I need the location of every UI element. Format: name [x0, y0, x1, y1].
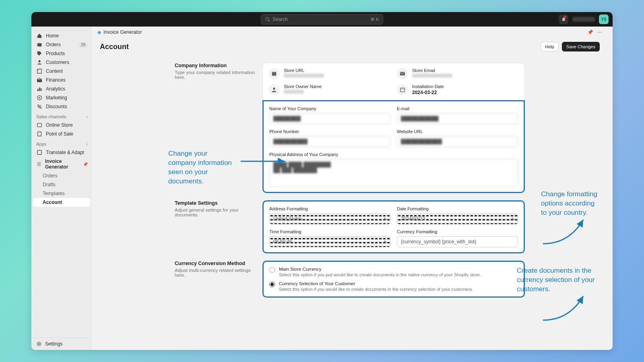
- store-icon: [268, 68, 280, 79]
- analytics-icon: [36, 86, 43, 92]
- address-select[interactable]: United States: [269, 213, 390, 224]
- radio-icon: [269, 267, 275, 273]
- orders-icon: [36, 42, 43, 47]
- subnav-drafts[interactable]: Drafts: [31, 180, 92, 189]
- app-invoice-generator[interactable]: Invoice Generator📌: [31, 157, 92, 171]
- svg-rect-4: [37, 69, 42, 74]
- owner-info: Store Owner Name: [268, 84, 390, 95]
- nav-discounts[interactable]: Discounts: [31, 102, 92, 111]
- nav-customers[interactable]: Customers: [31, 58, 92, 67]
- company-subtext: Type your company related information he…: [175, 70, 255, 80]
- scrollbar[interactable]: [608, 27, 613, 350]
- template-subtext: Adjust general settings for your documen…: [175, 208, 255, 217]
- app-icon: ◆: [97, 29, 101, 35]
- nav-content[interactable]: Content: [31, 67, 92, 76]
- notification-badge: [564, 16, 566, 18]
- currency-input[interactable]: [397, 236, 518, 247]
- calendar-icon: [397, 84, 408, 95]
- svg-point-22: [273, 88, 275, 90]
- website-input[interactable]: [397, 136, 518, 147]
- search-shortcut: ⌘ K: [370, 17, 379, 22]
- finances-icon: [36, 77, 43, 83]
- svg-rect-20: [272, 72, 277, 76]
- app-translate[interactable]: Translate & Adapt: [31, 148, 92, 157]
- discounts-icon: [36, 104, 43, 109]
- nav-products[interactable]: Products: [31, 49, 92, 58]
- channel-pos[interactable]: Point of Sale: [31, 130, 92, 138]
- subnav-orders[interactable]: Orders: [31, 171, 92, 180]
- radio-customer-currency[interactable]: Currency Selection of Your CustomerSelec…: [269, 281, 518, 292]
- radio-main-currency[interactable]: Main Store CurrencySelect this option if…: [269, 267, 518, 277]
- nav-marketing[interactable]: Marketing: [31, 93, 92, 102]
- install-date-info: Installation Date2024-03-22: [397, 84, 519, 95]
- svg-point-3: [38, 60, 40, 62]
- nav-label: Point of Sale: [46, 131, 73, 137]
- nav-home[interactable]: Home: [31, 31, 92, 40]
- topbar: Search ⌘ K YS: [31, 12, 613, 27]
- section-label: Sales channels: [36, 114, 66, 119]
- breadcrumb: ◆ Invoice Generator 📌 ⋯: [92, 27, 608, 38]
- app-window: Search ⌘ K YS Home Orders29 Products Cus…: [31, 12, 613, 350]
- nav-label: Online Store: [46, 122, 73, 128]
- nav-label: Orders: [46, 42, 61, 47]
- nav-label: Discounts: [46, 104, 67, 109]
- subnav-templates[interactable]: Templates: [31, 189, 92, 198]
- sidebar: Home Orders29 Products Customers Content…: [31, 27, 92, 350]
- field-website: Website URL: [397, 129, 518, 147]
- section-label: Apps: [36, 142, 46, 146]
- more-icon[interactable]: ⋯: [597, 29, 602, 35]
- svg-rect-15: [37, 123, 42, 127]
- notifications-button[interactable]: [559, 14, 568, 24]
- svg-rect-7: [37, 89, 39, 91]
- translate-icon: [36, 150, 43, 155]
- page-header: Account Help Save Changes: [92, 38, 608, 56]
- nav-settings[interactable]: Settings: [31, 337, 92, 350]
- search-placeholder: Search: [272, 16, 288, 22]
- person-icon: [268, 84, 280, 95]
- nav-label: Home: [46, 33, 59, 39]
- svg-rect-6: [37, 79, 42, 82]
- help-button[interactable]: Help: [541, 42, 559, 51]
- field-address: Physical Address of Your Company████ ███…: [269, 152, 518, 187]
- svg-rect-8: [39, 88, 40, 91]
- section-apps[interactable]: Apps›: [31, 138, 92, 148]
- nav-orders[interactable]: Orders29: [31, 40, 92, 49]
- orders-badge: 29: [78, 42, 88, 47]
- nav-label: Translate & Adapt: [46, 150, 84, 155]
- pin-icon[interactable]: 📌: [83, 162, 88, 167]
- nav-label: Finances: [46, 77, 66, 83]
- field-email: E-mail: [397, 106, 518, 124]
- nav-label: Analytics: [46, 86, 65, 92]
- company-name-input[interactable]: [269, 113, 390, 124]
- svg-rect-17: [37, 150, 42, 155]
- avatar[interactable]: YS: [599, 14, 609, 24]
- date-select[interactable]: 2024/03/22: [397, 213, 518, 224]
- search-input[interactable]: Search ⌘ K: [261, 14, 383, 25]
- nav-analytics[interactable]: Analytics: [31, 84, 92, 93]
- subnav-account[interactable]: Account: [33, 198, 90, 207]
- svg-point-5: [38, 70, 39, 71]
- phone-input[interactable]: [269, 136, 390, 147]
- nav-finances[interactable]: Finances: [31, 76, 92, 84]
- chevron-right-icon: ›: [87, 115, 88, 119]
- address-input[interactable]: ████ ████ ████████ ██ ███ ███████: [269, 159, 518, 187]
- currency-subtext: Adjust multi-currency related settings h…: [175, 268, 255, 278]
- store-icon: [36, 122, 43, 128]
- section-sales-channels[interactable]: Sales channels›: [31, 111, 92, 121]
- currency-card: Main Store CurrencySelect this option if…: [262, 261, 525, 298]
- nav-label: Marketing: [46, 95, 67, 101]
- email-input[interactable]: [397, 113, 518, 124]
- time-select[interactable]: 06:50:46: [269, 236, 390, 247]
- radio-icon: [269, 282, 275, 287]
- pin-icon[interactable]: 📌: [587, 29, 593, 35]
- svg-point-19: [38, 343, 40, 345]
- chevron-right-icon: ›: [87, 142, 88, 146]
- channel-online-store[interactable]: Online Store: [31, 121, 92, 130]
- svg-rect-9: [41, 88, 42, 91]
- svg-line-1: [268, 20, 270, 21]
- breadcrumb-app[interactable]: Invoice Generator: [103, 29, 142, 35]
- products-icon: [36, 51, 43, 56]
- svg-rect-23: [400, 88, 405, 92]
- save-button[interactable]: Save Changes: [562, 42, 600, 51]
- search-icon: [265, 17, 270, 22]
